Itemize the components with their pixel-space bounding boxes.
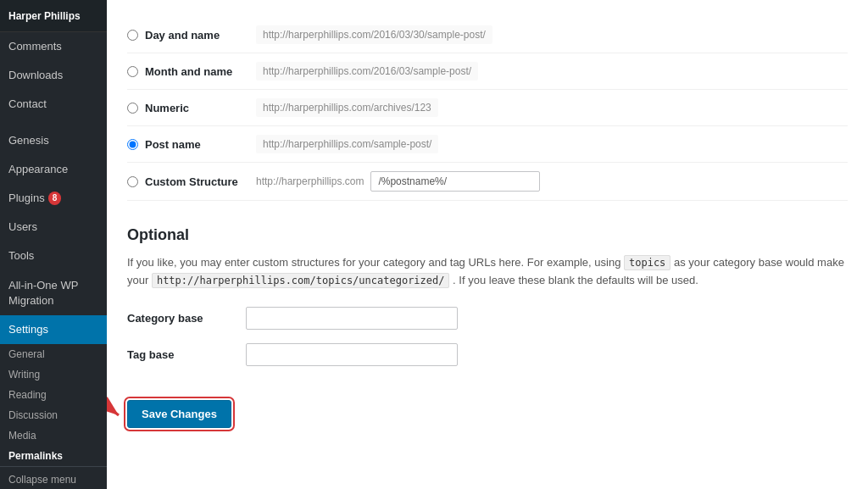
post-name-url: http://harperphillips.com/sample-post/ xyxy=(256,135,438,153)
tag-base-input[interactable] xyxy=(246,343,458,366)
save-area: Save Changes xyxy=(127,386,848,428)
sidebar-item-allinone[interactable]: All-in-One WP Migration xyxy=(0,271,107,315)
sidebar-item-genesis[interactable]: Genesis xyxy=(0,126,107,155)
main-content: Day and name http://harperphillips.com/2… xyxy=(107,0,868,489)
custom-structure-row: http://harperphillips.com xyxy=(256,171,540,192)
category-base-input[interactable] xyxy=(246,307,458,330)
custom-structure-label[interactable]: Custom Structure xyxy=(127,175,246,188)
collapse-menu[interactable]: Collapse menu xyxy=(0,466,107,489)
custom-base-url: http://harperphillips.com xyxy=(256,175,364,187)
category-base-row: Category base xyxy=(127,307,848,330)
sidebar-item-users[interactable]: Users xyxy=(0,213,107,242)
day-name-url: http://harperphillips.com/2016/03/30/sam… xyxy=(256,25,492,44)
tag-base-label: Tag base xyxy=(127,348,229,361)
topics-code: topics xyxy=(624,255,670,270)
month-name-url: http://harperphillips.com/2016/03/sample… xyxy=(256,62,478,81)
sidebar-sub-writing[interactable]: Writing xyxy=(0,364,107,385)
permalink-option-month-name: Month and name http://harperphillips.com… xyxy=(127,53,848,90)
sidebar-sub-general[interactable]: General xyxy=(0,344,107,364)
post-name-radio[interactable] xyxy=(127,139,138,150)
permalink-option-numeric: Numeric http://harperphillips.com/archiv… xyxy=(127,90,848,126)
optional-description: If you like, you may enter custom struct… xyxy=(127,254,848,290)
sidebar-item-contact[interactable]: Contact xyxy=(0,90,107,119)
sidebar-item-downloads[interactable]: Downloads xyxy=(0,61,107,90)
sidebar-item-tools[interactable]: Tools xyxy=(0,242,107,270)
permalink-option-day-name: Day and name http://harperphillips.com/2… xyxy=(127,17,848,53)
tag-base-row: Tag base xyxy=(127,343,848,366)
sidebar-sub-reading[interactable]: Reading xyxy=(0,385,107,405)
sidebar-header: Harper Phillips xyxy=(0,0,107,32)
custom-structure-radio[interactable] xyxy=(127,176,138,187)
sidebar-sub-permalinks[interactable]: Permalinks xyxy=(0,446,107,466)
sidebar-sub-media[interactable]: Media xyxy=(0,425,107,446)
optional-section: Optional If you like, you may enter cust… xyxy=(127,218,848,428)
category-base-label: Category base xyxy=(127,312,229,325)
optional-title: Optional xyxy=(127,226,848,244)
numeric-label[interactable]: Numeric xyxy=(127,102,246,114)
post-name-label[interactable]: Post name xyxy=(127,138,246,151)
permalink-option-post-name: Post name http://harperphillips.com/samp… xyxy=(127,126,848,163)
custom-structure-input[interactable] xyxy=(370,171,540,192)
day-name-radio[interactable] xyxy=(127,30,138,41)
site-name: Harper Phillips xyxy=(8,10,81,22)
sidebar-item-comments[interactable]: Comments xyxy=(0,32,107,61)
sidebar-item-plugins[interactable]: Plugins 8 xyxy=(0,184,107,213)
content-area: Day and name http://harperphillips.com/2… xyxy=(107,0,868,489)
sidebar-item-appearance[interactable]: Appearance xyxy=(0,155,107,184)
save-changes-button[interactable]: Save Changes xyxy=(127,400,231,428)
sidebar-item-settings[interactable]: Settings xyxy=(0,315,107,344)
numeric-url: http://harperphillips.com/archives/123 xyxy=(256,98,438,117)
numeric-radio[interactable] xyxy=(127,103,138,114)
sidebar-sub-discussion[interactable]: Discussion xyxy=(0,405,107,425)
day-name-label[interactable]: Day and name xyxy=(127,29,246,42)
sidebar: Harper Phillips Comments Downloads Conta… xyxy=(0,0,107,489)
month-name-radio[interactable] xyxy=(127,66,138,77)
plugins-badge: 8 xyxy=(48,192,62,205)
month-name-label[interactable]: Month and name xyxy=(127,65,246,78)
url-example: http://harperphillips.com/topics/uncateg… xyxy=(152,273,450,288)
permalink-option-custom: Custom Structure http://harperphillips.c… xyxy=(127,163,848,201)
